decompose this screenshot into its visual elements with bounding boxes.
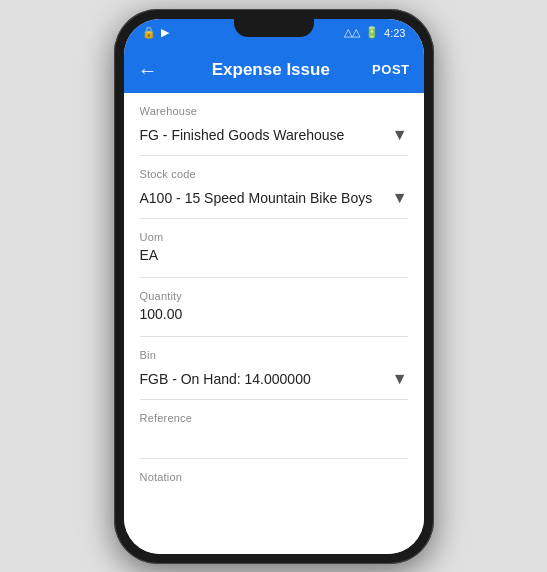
reference-field[interactable]: Reference — [140, 400, 408, 459]
warehouse-value-row[interactable]: FG - Finished Goods Warehouse ▼ — [140, 121, 408, 149]
bin-label: Bin — [140, 349, 408, 361]
signal-icon: △△ — [344, 26, 360, 39]
stock-code-value: A100 - 15 Speed Mountain Bike Boys — [140, 190, 386, 206]
reference-label: Reference — [140, 412, 408, 424]
stock-code-dropdown-arrow: ▼ — [392, 189, 408, 207]
phone-outer: 🔒 ▶ △△ 🔋 4:23 ← Expense Issue POST — [0, 0, 547, 572]
bin-dropdown-arrow: ▼ — [392, 370, 408, 388]
phone-screen: 🔒 ▶ △△ 🔋 4:23 ← Expense Issue POST — [124, 19, 424, 554]
battery-icon: 🔋 — [365, 26, 379, 39]
notation-field[interactable]: Notation — [140, 459, 408, 517]
reference-value[interactable] — [140, 428, 408, 452]
quantity-label: Quantity — [140, 290, 408, 302]
stock-code-label: Stock code — [140, 168, 408, 180]
form-content: Warehouse FG - Finished Goods Warehouse … — [124, 93, 424, 554]
warehouse-field[interactable]: Warehouse FG - Finished Goods Warehouse … — [140, 93, 408, 156]
bin-value: FGB - On Hand: 14.000000 — [140, 371, 386, 387]
uom-label: Uom — [140, 231, 408, 243]
notation-label: Notation — [140, 471, 408, 483]
notch — [234, 19, 314, 37]
bin-field[interactable]: Bin FGB - On Hand: 14.000000 ▼ — [140, 337, 408, 400]
status-right: △△ 🔋 4:23 — [344, 26, 405, 39]
lock-icon: 🔒 — [142, 26, 156, 39]
page-title: Expense Issue — [170, 60, 373, 80]
warehouse-label: Warehouse — [140, 105, 408, 117]
stock-code-field[interactable]: Stock code A100 - 15 Speed Mountain Bike… — [140, 156, 408, 219]
phone-frame: 🔒 ▶ △△ 🔋 4:23 ← Expense Issue POST — [114, 9, 434, 564]
bin-value-row[interactable]: FGB - On Hand: 14.000000 ▼ — [140, 365, 408, 393]
uom-field[interactable]: Uom EA — [140, 219, 408, 278]
headset-icon: ▶ — [161, 26, 169, 39]
stock-code-value-row[interactable]: A100 - 15 Speed Mountain Bike Boys ▼ — [140, 184, 408, 212]
app-header: ← Expense Issue POST — [124, 47, 424, 93]
back-button[interactable]: ← — [138, 60, 158, 80]
quantity-value: 100.00 — [140, 306, 408, 330]
warehouse-value: FG - Finished Goods Warehouse — [140, 127, 386, 143]
status-icons-left: 🔒 ▶ — [142, 26, 169, 39]
uom-value: EA — [140, 247, 408, 271]
post-button[interactable]: POST — [372, 62, 409, 77]
notation-value[interactable] — [140, 487, 408, 511]
warehouse-dropdown-arrow: ▼ — [392, 126, 408, 144]
quantity-field[interactable]: Quantity 100.00 — [140, 278, 408, 337]
status-time: 4:23 — [384, 27, 405, 39]
